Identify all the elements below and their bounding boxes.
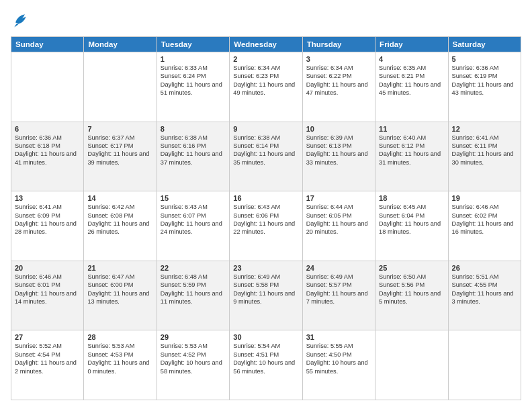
- calendar-cell: 7Sunrise: 6:37 AM Sunset: 6:17 PM Daylig…: [84, 122, 157, 191]
- cell-info: Sunrise: 5:53 AM Sunset: 4:52 PM Dayligh…: [161, 342, 226, 375]
- day-number: 16: [233, 194, 298, 202]
- day-number: 30: [233, 333, 298, 341]
- calendar-cell: 2Sunrise: 6:34 AM Sunset: 6:23 PM Daylig…: [230, 52, 302, 122]
- calendar-cell: 20Sunrise: 6:46 AM Sunset: 6:01 PM Dayli…: [11, 261, 84, 330]
- day-number: 26: [452, 264, 517, 272]
- day-number: 6: [15, 125, 80, 133]
- calendar-cell: 27Sunrise: 5:52 AM Sunset: 4:54 PM Dayli…: [11, 330, 84, 400]
- day-number: 21: [87, 264, 152, 272]
- calendar-cell: 29Sunrise: 5:53 AM Sunset: 4:52 PM Dayli…: [157, 330, 229, 400]
- cell-info: Sunrise: 6:43 AM Sunset: 6:07 PM Dayligh…: [161, 203, 226, 236]
- calendar-cell: 3Sunrise: 6:34 AM Sunset: 6:22 PM Daylig…: [302, 52, 375, 122]
- calendar-cell: 30Sunrise: 5:54 AM Sunset: 4:51 PM Dayli…: [230, 330, 302, 400]
- day-number: 23: [233, 264, 298, 272]
- day-number: 12: [452, 125, 517, 133]
- logo-bird-icon: [11, 11, 30, 30]
- cell-info: Sunrise: 6:44 AM Sunset: 6:05 PM Dayligh…: [306, 203, 371, 236]
- calendar-cell: 22Sunrise: 6:48 AM Sunset: 5:59 PM Dayli…: [157, 261, 229, 330]
- calendar-cell: 28Sunrise: 5:53 AM Sunset: 4:53 PM Dayli…: [84, 330, 157, 400]
- cell-info: Sunrise: 6:35 AM Sunset: 6:21 PM Dayligh…: [379, 64, 444, 97]
- day-number: 13: [15, 194, 80, 202]
- cell-info: Sunrise: 6:38 AM Sunset: 6:16 PM Dayligh…: [161, 134, 226, 167]
- day-number: 17: [306, 194, 371, 202]
- cell-info: Sunrise: 6:49 AM Sunset: 5:57 PM Dayligh…: [306, 273, 371, 306]
- day-number: 22: [161, 264, 226, 272]
- weekday-header: Sunday: [11, 37, 84, 52]
- day-number: 29: [161, 333, 226, 341]
- calendar-table: SundayMondayTuesdayWednesdayThursdayFrid…: [11, 36, 521, 400]
- calendar-cell: 23Sunrise: 6:49 AM Sunset: 5:58 PM Dayli…: [230, 261, 302, 330]
- weekday-header: Saturday: [448, 37, 521, 52]
- cell-info: Sunrise: 5:51 AM Sunset: 4:55 PM Dayligh…: [452, 273, 517, 306]
- page-header: [11, 11, 521, 30]
- calendar-cell: 12Sunrise: 6:41 AM Sunset: 6:11 PM Dayli…: [448, 122, 521, 191]
- cell-info: Sunrise: 5:53 AM Sunset: 4:53 PM Dayligh…: [87, 342, 152, 375]
- day-number: 11: [379, 125, 444, 133]
- weekday-header: Wednesday: [230, 37, 302, 52]
- calendar-cell: 1Sunrise: 6:33 AM Sunset: 6:24 PM Daylig…: [157, 52, 229, 122]
- calendar-cell: 24Sunrise: 6:49 AM Sunset: 5:57 PM Dayli…: [302, 261, 375, 330]
- calendar-cell: 25Sunrise: 6:50 AM Sunset: 5:56 PM Dayli…: [375, 261, 448, 330]
- calendar-cell: 14Sunrise: 6:42 AM Sunset: 6:08 PM Dayli…: [84, 191, 157, 261]
- cell-info: Sunrise: 6:46 AM Sunset: 6:01 PM Dayligh…: [15, 273, 80, 306]
- calendar-cell: 18Sunrise: 6:45 AM Sunset: 6:04 PM Dayli…: [375, 191, 448, 261]
- calendar-cell: 13Sunrise: 6:41 AM Sunset: 6:09 PM Dayli…: [11, 191, 84, 261]
- cell-info: Sunrise: 6:36 AM Sunset: 6:18 PM Dayligh…: [15, 134, 80, 167]
- cell-info: Sunrise: 6:41 AM Sunset: 6:09 PM Dayligh…: [15, 203, 80, 236]
- calendar-cell: 8Sunrise: 6:38 AM Sunset: 6:16 PM Daylig…: [157, 122, 229, 191]
- weekday-header: Thursday: [302, 37, 375, 52]
- calendar-row: 27Sunrise: 5:52 AM Sunset: 4:54 PM Dayli…: [11, 330, 521, 400]
- cell-info: Sunrise: 6:47 AM Sunset: 6:00 PM Dayligh…: [87, 273, 152, 306]
- cell-info: Sunrise: 6:41 AM Sunset: 6:11 PM Dayligh…: [452, 134, 517, 167]
- weekday-header: Friday: [375, 37, 448, 52]
- day-number: 5: [452, 55, 517, 63]
- day-number: 31: [306, 333, 371, 341]
- calendar-cell: 10Sunrise: 6:39 AM Sunset: 6:13 PM Dayli…: [302, 122, 375, 191]
- day-number: 18: [379, 194, 444, 202]
- calendar-cell: [448, 330, 521, 400]
- calendar-cell: 5Sunrise: 6:36 AM Sunset: 6:19 PM Daylig…: [448, 52, 521, 122]
- day-number: 24: [306, 264, 371, 272]
- cell-info: Sunrise: 6:40 AM Sunset: 6:12 PM Dayligh…: [379, 134, 444, 167]
- cell-info: Sunrise: 6:45 AM Sunset: 6:04 PM Dayligh…: [379, 203, 444, 236]
- day-number: 19: [452, 194, 517, 202]
- day-number: 7: [87, 125, 152, 133]
- calendar-cell: 17Sunrise: 6:44 AM Sunset: 6:05 PM Dayli…: [302, 191, 375, 261]
- cell-info: Sunrise: 5:55 AM Sunset: 4:50 PM Dayligh…: [306, 342, 371, 375]
- calendar-cell: 11Sunrise: 6:40 AM Sunset: 6:12 PM Dayli…: [375, 122, 448, 191]
- calendar-row: 20Sunrise: 6:46 AM Sunset: 6:01 PM Dayli…: [11, 261, 521, 330]
- logo: [11, 11, 32, 30]
- calendar-cell: 21Sunrise: 6:47 AM Sunset: 6:00 PM Dayli…: [84, 261, 157, 330]
- cell-info: Sunrise: 6:37 AM Sunset: 6:17 PM Dayligh…: [87, 134, 152, 167]
- day-number: 27: [15, 333, 80, 341]
- day-number: 25: [379, 264, 444, 272]
- cell-info: Sunrise: 6:39 AM Sunset: 6:13 PM Dayligh…: [306, 134, 371, 167]
- calendar-header-row: SundayMondayTuesdayWednesdayThursdayFrid…: [11, 37, 521, 52]
- cell-info: Sunrise: 5:52 AM Sunset: 4:54 PM Dayligh…: [15, 342, 80, 375]
- day-number: 2: [233, 55, 298, 63]
- weekday-header: Tuesday: [157, 37, 229, 52]
- calendar-cell: [11, 52, 84, 122]
- weekday-header: Monday: [84, 37, 157, 52]
- day-number: 10: [306, 125, 371, 133]
- calendar-row: 13Sunrise: 6:41 AM Sunset: 6:09 PM Dayli…: [11, 191, 521, 261]
- calendar-cell: 16Sunrise: 6:43 AM Sunset: 6:06 PM Dayli…: [230, 191, 302, 261]
- cell-info: Sunrise: 6:42 AM Sunset: 6:08 PM Dayligh…: [87, 203, 152, 236]
- cell-info: Sunrise: 6:50 AM Sunset: 5:56 PM Dayligh…: [379, 273, 444, 306]
- calendar-cell: [84, 52, 157, 122]
- cell-info: Sunrise: 6:33 AM Sunset: 6:24 PM Dayligh…: [161, 64, 226, 97]
- calendar-cell: [375, 330, 448, 400]
- day-number: 14: [87, 194, 152, 202]
- cell-info: Sunrise: 6:38 AM Sunset: 6:14 PM Dayligh…: [233, 134, 298, 167]
- calendar-row: 1Sunrise: 6:33 AM Sunset: 6:24 PM Daylig…: [11, 52, 521, 122]
- cell-info: Sunrise: 6:49 AM Sunset: 5:58 PM Dayligh…: [233, 273, 298, 306]
- cell-info: Sunrise: 6:34 AM Sunset: 6:23 PM Dayligh…: [233, 64, 298, 97]
- day-number: 3: [306, 55, 371, 63]
- calendar-cell: 15Sunrise: 6:43 AM Sunset: 6:07 PM Dayli…: [157, 191, 229, 261]
- day-number: 28: [87, 333, 152, 341]
- day-number: 4: [379, 55, 444, 63]
- day-number: 20: [15, 264, 80, 272]
- cell-info: Sunrise: 6:46 AM Sunset: 6:02 PM Dayligh…: [452, 203, 517, 236]
- day-number: 9: [233, 125, 298, 133]
- day-number: 15: [161, 194, 226, 202]
